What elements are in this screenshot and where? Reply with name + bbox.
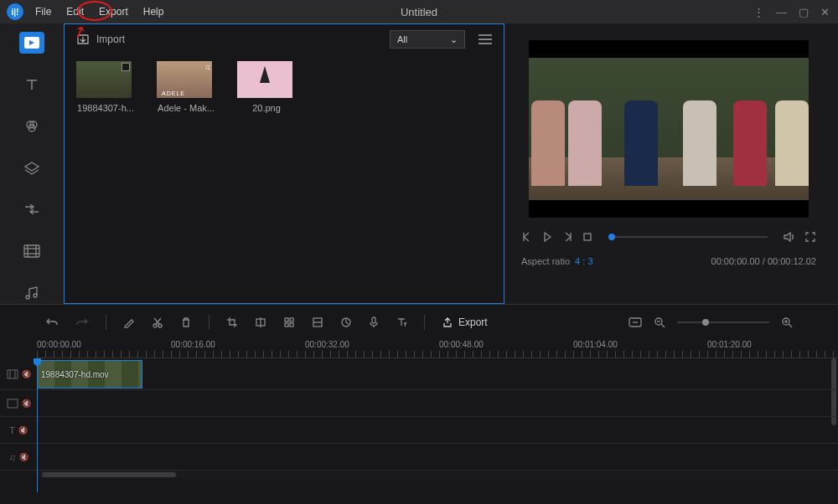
svg-point-16	[158, 324, 162, 327]
menu-bar: File Edit Export Help	[28, 3, 170, 21]
playhead[interactable]	[37, 358, 38, 492]
timeline-toolbar: Export	[0, 305, 838, 340]
close-icon[interactable]: ✕	[820, 6, 830, 18]
ruler-mark: 00:00:48.00	[439, 340, 484, 349]
thumbnail-image	[76, 61, 132, 98]
leftbar-text-icon[interactable]	[21, 74, 43, 95]
track-head: 🔇	[0, 369, 37, 379]
track-head: ♫🔇	[0, 452, 37, 462]
text-track[interactable]: T🔇	[0, 417, 838, 444]
import-label: Import	[96, 33, 125, 45]
list-view-icon[interactable]	[478, 33, 492, 45]
export-label: Export	[458, 316, 488, 328]
mute-icon[interactable]: 🔇	[18, 426, 28, 435]
leftbar-overlays-icon[interactable]	[21, 157, 43, 179]
text-tool-icon[interactable]	[396, 316, 407, 328]
media-item[interactable]: ♫ADELE Adele - Mak...	[157, 61, 215, 113]
media-item[interactable]: 20.png	[237, 61, 296, 113]
leftbar-elements-icon[interactable]	[21, 240, 43, 262]
timeline-ruler[interactable]: 00:00:00.00 00:00:16.00 00:00:32.00 00:0…	[37, 340, 838, 358]
tracks: 🔇 19884307-hd.mov 🔇 T🔇 ♫🔇	[0, 358, 838, 503]
leftbar-filters-icon[interactable]	[21, 116, 43, 137]
menu-file[interactable]: File	[28, 3, 58, 21]
import-button[interactable]: Import	[76, 33, 125, 45]
ruler-mark: 00:01:20.00	[707, 340, 752, 349]
svg-line-30	[661, 324, 665, 327]
window-buttons: ⋮ — ▢ ✕	[753, 6, 838, 18]
video-track-2[interactable]: 🔇	[0, 390, 838, 417]
media-item[interactable]: 19884307-h...	[76, 61, 135, 113]
leftbar-music-icon[interactable]	[21, 282, 43, 304]
mute-icon[interactable]: 🔇	[19, 453, 28, 461]
chevron-down-icon: ⌄	[450, 34, 458, 45]
ruler-mark: 00:00:16.00	[171, 340, 215, 349]
film-icon	[7, 399, 18, 409]
timeline-clip[interactable]: 19884307-hd.mov	[37, 360, 142, 388]
thumbnail-label: 20.png	[237, 103, 296, 113]
titlebar: i|! File Edit Export Help ↗ Untitled ⋮ —…	[0, 0, 838, 23]
export-icon	[442, 316, 453, 328]
speed-icon[interactable]	[340, 316, 352, 328]
media-panel: Import All ⌄ 19884307-h... ♫ADELE Adele …	[64, 23, 504, 304]
text-track-icon: T	[9, 425, 15, 435]
split-icon[interactable]	[255, 316, 266, 328]
prev-frame-icon[interactable]	[521, 231, 533, 243]
clip-label: 19884307-hd.mov	[38, 370, 109, 379]
thumbnail-label: 19884307-h...	[76, 103, 135, 113]
playback-controls	[521, 231, 816, 243]
stop-icon[interactable]	[582, 231, 593, 243]
delete-icon[interactable]	[180, 316, 192, 328]
play-icon[interactable]	[541, 231, 553, 243]
crop-icon[interactable]	[226, 316, 238, 328]
playback-slider[interactable]	[608, 236, 768, 238]
zoom-out-icon[interactable]	[654, 316, 665, 328]
fit-icon[interactable]	[628, 317, 642, 327]
preview-window[interactable]	[529, 40, 809, 218]
filter-value: All	[397, 34, 407, 44]
svg-line-33	[789, 324, 792, 327]
menu-edit[interactable]: Edit	[59, 3, 91, 21]
timeline-export-button[interactable]: Export	[442, 316, 488, 328]
redo-icon[interactable]	[75, 316, 89, 328]
video-track[interactable]: 🔇 19884307-hd.mov	[0, 358, 838, 390]
music-track-icon: ♫	[8, 452, 15, 462]
cut-icon[interactable]	[152, 316, 163, 328]
menu-export[interactable]: Export	[92, 3, 135, 21]
filter-select[interactable]: All ⌄	[390, 30, 465, 49]
svg-point-10	[34, 294, 37, 297]
more-icon[interactable]: ⋮	[753, 6, 764, 18]
media-bar: Import All ⌄	[65, 24, 504, 54]
undo-icon[interactable]	[45, 316, 59, 328]
leftbar-media-icon[interactable]	[19, 32, 44, 54]
zoom-slider[interactable]	[677, 321, 769, 323]
time-sep: /	[760, 256, 768, 266]
preview-panel: Aspect ratio 4 : 3 00:00:00.00 / 00:00:1…	[504, 23, 838, 304]
voiceover-icon[interactable]	[369, 316, 379, 328]
thumbnail-image: ♫ADELE	[157, 61, 212, 98]
import-icon	[76, 33, 90, 45]
minimize-icon[interactable]: —	[776, 6, 787, 18]
maximize-icon[interactable]: ▢	[799, 6, 809, 18]
edit-icon[interactable]	[123, 316, 135, 328]
ruler-mark: 00:00:32.00	[305, 340, 349, 349]
app-logo: i|!	[7, 3, 23, 20]
volume-icon[interactable]	[783, 231, 796, 243]
svg-rect-20	[290, 318, 293, 321]
leftbar-transitions-icon[interactable]	[21, 198, 43, 220]
horizontal-scrollbar[interactable]	[37, 471, 838, 479]
aspect-row: Aspect ratio 4 : 3 00:00:00.00 / 00:00:1…	[521, 256, 816, 266]
menu-help[interactable]: Help	[137, 3, 171, 21]
mute-icon[interactable]: 🔇	[22, 399, 31, 408]
freeze-icon[interactable]	[312, 316, 323, 328]
zoom-in-icon[interactable]	[781, 316, 793, 328]
fullscreen-icon[interactable]	[804, 231, 816, 243]
mute-icon[interactable]: 🔇	[22, 370, 31, 378]
audio-track[interactable]: ♫🔇	[0, 444, 838, 471]
svg-rect-19	[285, 318, 288, 321]
aspect-value[interactable]: 4 : 3	[575, 256, 592, 266]
film-icon	[7, 369, 18, 379]
svg-rect-21	[285, 323, 288, 327]
thumbnail-image	[237, 61, 292, 98]
mosaic-icon[interactable]	[283, 316, 295, 328]
next-frame-icon[interactable]	[561, 231, 573, 243]
